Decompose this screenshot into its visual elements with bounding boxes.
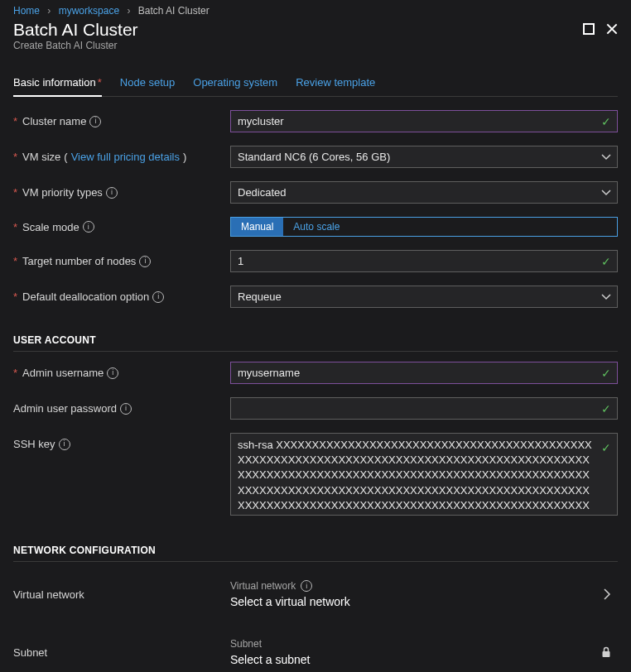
chevron-right-icon <box>603 588 611 600</box>
tab-node-setup[interactable]: Node setup <box>120 71 176 96</box>
picker-label: Subnet <box>230 638 262 650</box>
label-cluster-name: Cluster name <box>22 115 86 127</box>
tab-operating-system[interactable]: Operating system <box>193 71 277 96</box>
label-target-nodes: Target number of nodes <box>22 255 136 267</box>
page-title: Batch AI Cluster <box>13 20 138 40</box>
info-icon[interactable]: i <box>59 439 70 450</box>
breadcrumb-sep: › <box>47 5 51 17</box>
vm-size-select[interactable]: Standard NC6 (6 Cores, 56 GB) <box>230 146 618 168</box>
breadcrumb-current: Batch AI Cluster <box>138 5 210 17</box>
tab-label: Basic information <box>13 76 96 89</box>
cluster-name-input[interactable] <box>230 110 618 132</box>
vm-priority-select[interactable]: Dedicated <box>230 181 618 204</box>
scale-mode-toggle: Manual Auto scale <box>230 217 618 237</box>
close-icon[interactable] <box>606 23 618 35</box>
required-marker: * <box>13 367 17 379</box>
pricing-details-link[interactable]: View full pricing details <box>71 151 180 163</box>
info-icon[interactable]: i <box>83 221 94 233</box>
info-icon[interactable]: i <box>107 367 118 379</box>
tab-basic-information[interactable]: Basic information* <box>13 71 102 97</box>
required-marker: * <box>13 115 17 127</box>
required-marker: * <box>13 151 17 163</box>
info-icon: i <box>301 580 312 592</box>
scale-mode-auto[interactable]: Auto scale <box>283 218 349 236</box>
label-virtual-network: Virtual network <box>13 588 84 601</box>
section-network-configuration: NETWORK CONFIGURATION <box>13 530 618 562</box>
breadcrumb-sep: › <box>127 5 130 17</box>
picker-label: Virtual network <box>230 580 296 592</box>
tabs: Basic information* Node setup Operating … <box>13 71 618 97</box>
label-dealloc: Default deallocation option <box>22 290 149 303</box>
scale-mode-manual[interactable]: Manual <box>231 218 283 236</box>
label-ssh-key: SSH key <box>13 438 55 450</box>
page-subtitle: Create Batch AI Cluster <box>13 40 138 51</box>
label-vm-priority: VM priority types <box>22 186 103 199</box>
picker-value: Select a subnet <box>230 653 601 666</box>
info-icon[interactable]: i <box>139 256 151 267</box>
breadcrumb: Home › myworkspace › Batch AI Cluster <box>0 0 631 18</box>
admin-username-input[interactable] <box>230 362 618 384</box>
admin-password-input[interactable] <box>230 397 618 420</box>
required-marker: * <box>13 186 17 199</box>
info-icon[interactable]: i <box>106 187 118 199</box>
tab-review-template[interactable]: Review template <box>296 71 375 96</box>
lock-icon <box>601 646 611 658</box>
info-icon[interactable]: i <box>152 291 164 303</box>
dealloc-select[interactable]: Requeue <box>230 286 618 308</box>
required-marker: * <box>13 255 17 267</box>
label-subnet: Subnet <box>13 646 47 659</box>
label-scale-mode: Scale mode <box>22 221 79 233</box>
breadcrumb-workspace[interactable]: myworkspace <box>59 5 119 17</box>
info-icon[interactable]: i <box>89 116 101 127</box>
required-marker: * <box>13 290 17 303</box>
svg-rect-0 <box>603 651 610 657</box>
target-nodes-input[interactable] <box>230 250 618 272</box>
required-marker: * <box>13 221 17 233</box>
required-marker: * <box>98 76 102 89</box>
restore-icon[interactable] <box>583 23 595 35</box>
picker-value: Select a virtual network <box>230 595 603 608</box>
ssh-key-textarea[interactable] <box>230 433 618 516</box>
breadcrumb-home[interactable]: Home <box>13 5 40 17</box>
virtual-network-picker[interactable]: Virtual network i Select a virtual netwo… <box>230 572 618 617</box>
label-admin-username: Admin username <box>22 367 104 379</box>
label-vm-size: VM size <box>22 151 60 163</box>
subnet-picker[interactable]: Subnet Select a subnet <box>230 630 618 672</box>
info-icon[interactable]: i <box>120 403 132 415</box>
section-user-account: USER ACCOUNT <box>13 319 618 352</box>
label-admin-password: Admin user password <box>13 402 117 415</box>
